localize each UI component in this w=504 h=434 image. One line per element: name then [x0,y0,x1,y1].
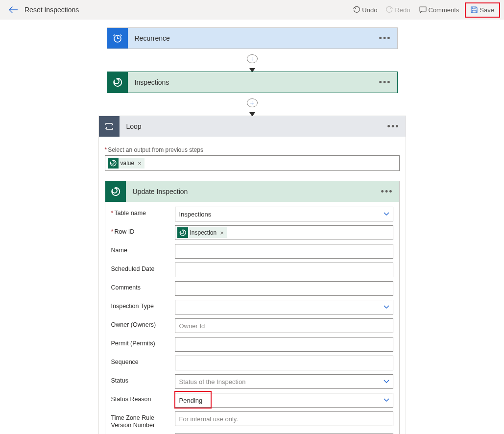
inspections-card[interactable]: Inspections ••• [107,72,398,93]
recurrence-card[interactable]: Recurrence ••• [107,27,398,49]
inspections-title: Inspections [128,78,169,86]
loop-header[interactable]: Loop ••• [99,116,406,137]
connector: + [0,93,504,116]
status-reason-select[interactable] [175,393,393,408]
clock-icon [107,28,128,48]
field-tz-rule: Time Zone Rule Version Number [111,411,393,429]
field-table-name: *Table name [111,207,393,221]
more-icon[interactable]: ••• [379,33,391,44]
recurrence-title: Recurrence [128,34,170,42]
inspection-token[interactable]: Inspection × [177,227,227,238]
page-title: Reset Inspections [24,6,79,14]
undo-button[interactable]: Undo [350,4,380,16]
comments-button[interactable]: Comments [416,4,462,16]
redo-button[interactable]: Redo [383,4,413,16]
field-scheduled-date: Scheduled Date [111,263,393,277]
token-label: value [120,160,135,167]
save-button-highlight: Save [465,2,500,18]
comment-icon [419,6,427,13]
loop-card: Loop ••• *Select an output from previous… [98,116,406,434]
select-output-label: *Select an output from previous steps [105,146,400,153]
field-name: Name [111,244,393,259]
remove-token-icon[interactable]: × [136,160,142,167]
sequence-input[interactable] [175,356,393,370]
remove-token-icon[interactable]: × [218,229,224,237]
save-icon [471,6,478,13]
update-inspection-card: Update Inspection ••• *Table name *Row I… [105,181,400,434]
loop-title: Loop [120,122,142,130]
redo-icon [386,6,393,13]
update-form: *Table name *Row ID [105,202,399,434]
save-label: Save [480,6,494,14]
loop-icon [99,116,120,137]
comments-label: Comments [429,6,459,14]
dataverse-icon [108,158,119,169]
update-inspection-header[interactable]: Update Inspection ••• [105,181,399,202]
scheduled-date-input[interactable] [175,263,393,277]
add-step-button[interactable]: + [247,54,258,63]
back-button[interactable] [7,4,20,15]
row-id-input[interactable]: Inspection × [175,225,393,240]
undo-icon [353,6,360,13]
tz-rule-input[interactable] [175,411,393,426]
field-sequence: Sequence [111,356,393,370]
value-token[interactable]: value × [108,158,144,169]
add-step-button[interactable]: + [247,98,258,107]
field-row-id: *Row ID Inspection × [111,225,393,240]
inspection-type-select[interactable] [175,300,393,314]
comments-input[interactable] [175,281,393,296]
header-right: Undo Redo Comments Save [350,2,500,18]
field-comments: Comments [111,281,393,296]
update-inspection-title: Update Inspection [126,188,188,195]
inspections-header: Inspections ••• [107,72,397,93]
token-label: Inspection [190,229,217,236]
header-bar: Reset Inspections Undo Redo Comments [0,0,504,20]
field-status-reason: Status Reason [111,393,393,408]
dataverse-icon [107,72,128,93]
undo-label: Undo [362,6,377,14]
dataverse-icon [177,227,188,238]
save-button[interactable]: Save [468,4,497,16]
owner-input[interactable] [175,318,393,333]
field-status: Status [111,374,393,389]
redo-label: Redo [395,6,410,14]
arrow-left-icon [9,6,18,13]
header-left: Reset Inspections [4,4,79,15]
name-input[interactable] [175,244,393,259]
dataverse-icon [105,181,126,202]
loop-body: *Select an output from previous steps va… [99,137,406,434]
more-icon[interactable]: ••• [381,187,393,197]
field-inspection-type: Inspection Type [111,300,393,314]
more-icon[interactable]: ••• [379,77,391,88]
output-selector[interactable]: value × [105,155,400,171]
connector: + [0,49,504,72]
flow-canvas: Recurrence ••• + Inspections ••• + [0,20,504,434]
permit-input[interactable] [175,337,393,352]
field-owner: Owner (Owners) [111,318,393,333]
table-name-select[interactable] [175,207,393,221]
more-icon[interactable]: ••• [387,121,400,132]
status-select[interactable] [175,374,393,389]
recurrence-header: Recurrence ••• [107,28,397,48]
field-permit: Permit (Permits) [111,337,393,352]
